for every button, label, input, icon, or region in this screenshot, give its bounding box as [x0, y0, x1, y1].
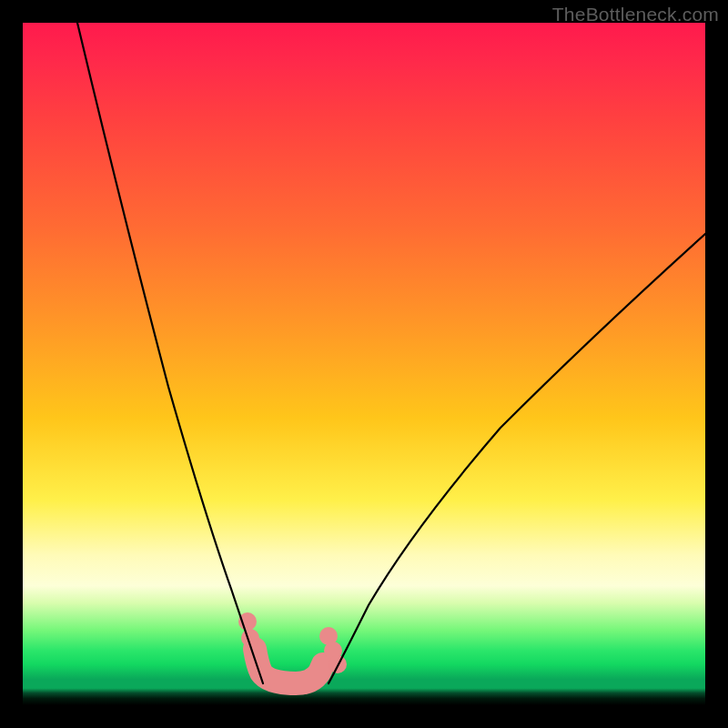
chart-frame: TheBottleneck.com — [0, 0, 728, 728]
watermark-text: TheBottleneck.com — [552, 4, 719, 25]
left-curve — [77, 23, 263, 683]
plot-area — [23, 23, 705, 705]
salmon-valley-band — [255, 649, 323, 683]
right-curve — [329, 234, 705, 683]
curves-layer — [23, 23, 705, 705]
